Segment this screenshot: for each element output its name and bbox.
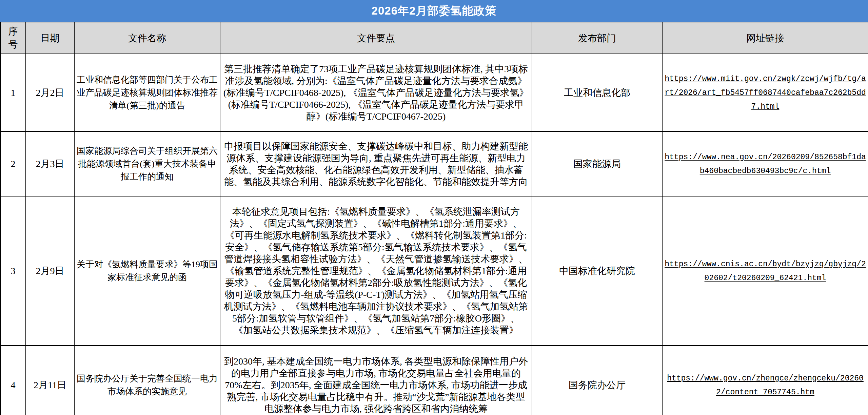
row-number: 4 — [0, 346, 26, 415]
table-row: 4 2月11日 国务院办公厅关于完善全国统一电力市场体系的实施意见 到2030年… — [0, 346, 868, 415]
policy-title: 工业和信息化部等四部门关于公布工业产品碳足迹核算规则团体标准推荐清单(第三批)的… — [74, 54, 220, 131]
policy-date: 2月2日 — [26, 54, 74, 131]
issuing-department: 国务院办公厅 — [532, 346, 662, 415]
row-number: 1 — [0, 54, 26, 131]
policy-date: 2月9日 — [26, 196, 74, 346]
policy-title: 关于对《氢燃料质量要求》等19项国家标准征求意见的函 — [74, 196, 220, 346]
col-header-no-label: 序号 — [8, 25, 18, 51]
policy-title: 国务院办公厅关于完善全国统一电力市场体系的实施意见 — [74, 346, 220, 415]
policy-table-page: 2026年2月部委氢能政策 序号 日期 文件名称 文件要点 发布部门 网址链接 … — [0, 0, 868, 415]
header-row: 序号 日期 文件名称 文件要点 发布部门 网址链接 — [0, 22, 868, 54]
col-header-url: 网址链接 — [662, 22, 868, 54]
policy-date: 2月3日 — [26, 131, 74, 196]
policy-summary: 申报项目以保障国家能源安全、支撑碳达峰碳中和目标、助力构建新型能源体系、支撑建设… — [220, 131, 532, 196]
row-number: 3 — [0, 196, 26, 346]
row-number: 2 — [0, 131, 26, 196]
policy-date: 2月11日 — [26, 346, 74, 415]
policy-table: 序号 日期 文件名称 文件要点 发布部门 网址链接 1 2月2日 工业和信息化部… — [0, 22, 868, 415]
policy-title: 国家能源局综合司关于组织开展第六批能源领域首台(套)重大技术装备申报工作的通知 — [74, 131, 220, 196]
policy-link-cell: https://www.nea.gov.cn/20260209/852658bf… — [662, 131, 868, 196]
issuing-department: 国家能源局 — [532, 131, 662, 196]
policy-link[interactable]: https://www.nea.gov.cn/20260209/852658bf… — [665, 153, 866, 175]
policy-link-cell: https://www.cnis.ac.cn/bydt/bzyjzq/gbyjz… — [662, 196, 868, 346]
issuing-department: 中国标准化研究院 — [532, 196, 662, 346]
table-row: 1 2月2日 工业和信息化部等四部门关于公布工业产品碳足迹核算规则团体标准推荐清… — [0, 54, 868, 131]
col-header-no: 序号 — [0, 22, 26, 54]
col-header-name: 文件名称 — [74, 22, 220, 54]
policy-summary: 本轮征求意见项目包括:《氢燃料质量要求》、《氢系统泄漏率测试方法》、《固定式氢气… — [220, 196, 532, 346]
policy-summary: 到2030年, 基本建成全国统一电力市场体系, 各类型电源和除保障性用户外的电力… — [220, 346, 532, 415]
policy-link[interactable]: https://www.gov.cn/zhengce/zhengceku/202… — [667, 374, 864, 397]
issuing-department: 工业和信息化部 — [532, 54, 662, 131]
table-row: 2 2月3日 国家能源局综合司关于组织开展第六批能源领域首台(套)重大技术装备申… — [0, 131, 868, 196]
col-header-points: 文件要点 — [220, 22, 532, 54]
col-header-date: 日期 — [26, 22, 74, 54]
policy-link-cell: https://www.gov.cn/zhengce/zhengceku/202… — [662, 346, 868, 415]
col-header-dept: 发布部门 — [532, 22, 662, 54]
table-row: 3 2月9日 关于对《氢燃料质量要求》等19项国家标准征求意见的函 本轮征求意见… — [0, 196, 868, 346]
policy-link[interactable]: https://www.cnis.ac.cn/bydt/bzyjzq/gbyjz… — [665, 260, 866, 283]
policy-link[interactable]: https://www.miit.gov.cn/zwgk/zcwj/wjfb/t… — [665, 75, 866, 111]
policy-summary: 第三批推荐清单确定了73项工业产品碳足迹核算规则团体标准, 其中3项标准涉及氢能… — [220, 54, 532, 131]
page-title: 2026年2月部委氢能政策 — [0, 0, 868, 22]
policy-link-cell: https://www.miit.gov.cn/zwgk/zcwj/wjfb/t… — [662, 54, 868, 131]
